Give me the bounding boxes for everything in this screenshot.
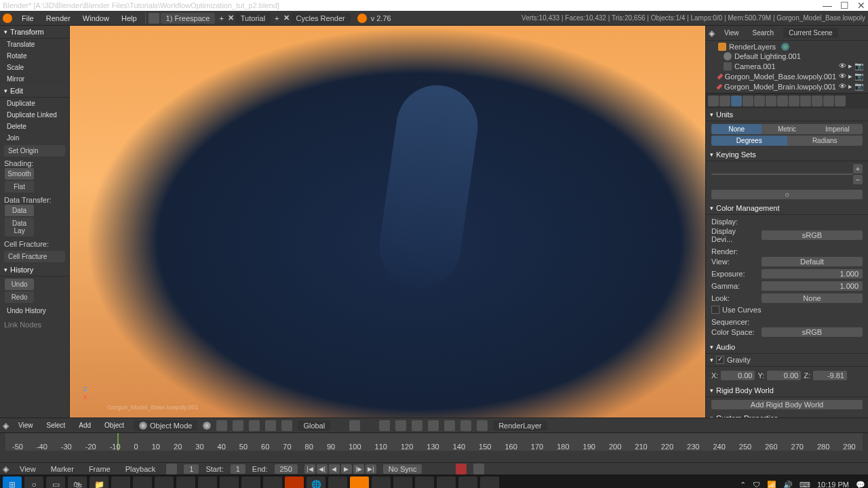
jump-start-button[interactable]: |◀ bbox=[304, 464, 315, 474]
store-icon[interactable]: 🛍 bbox=[68, 476, 87, 488]
data-layout-button[interactable]: Data Lay bbox=[5, 218, 34, 237]
prop-tab-texture[interactable] bbox=[812, 96, 823, 106]
mirror-button[interactable]: Mirror bbox=[0, 73, 69, 85]
keyframe-prev-button[interactable]: ◀| bbox=[317, 464, 328, 474]
gravity-z-field[interactable]: -9.81 bbox=[813, 371, 847, 380]
prop-tab-render-layers[interactable] bbox=[719, 96, 730, 106]
app-icon-9[interactable] bbox=[328, 476, 347, 488]
units-radians[interactable]: Radians bbox=[787, 136, 863, 146]
panel-custom-properties[interactable]: Custom Properties bbox=[706, 412, 868, 418]
units-imperial[interactable]: Imperial bbox=[812, 124, 863, 134]
3d-viewport[interactable]: zx Gorgon_Model_Base.lowpoly.001 bbox=[70, 26, 705, 418]
outliner-item-camera[interactable]: Camera.001 👁▸📷 bbox=[707, 61, 867, 71]
units-metric[interactable]: Metric bbox=[762, 124, 812, 134]
vf-select-menu[interactable]: Select bbox=[43, 420, 70, 430]
scene-tab-2[interactable]: Tutorial bbox=[235, 13, 271, 24]
render-icon[interactable]: 📷 bbox=[854, 82, 864, 91]
layers-icon[interactable] bbox=[349, 420, 360, 431]
keying-path[interactable]: ○ bbox=[711, 190, 863, 199]
panel-units[interactable]: Units bbox=[706, 108, 868, 121]
app-icon-4[interactable] bbox=[176, 476, 195, 488]
delete-scene-button[interactable]: ✕ bbox=[283, 14, 290, 22]
cursor-icon[interactable]: ▸ bbox=[848, 72, 852, 81]
app-icon-5[interactable] bbox=[198, 476, 217, 488]
panel-rigid-body-world[interactable]: Rigid Body World bbox=[706, 384, 868, 397]
sync-mode-dropdown[interactable]: No Sync bbox=[383, 464, 422, 474]
delete-button[interactable]: Delete bbox=[0, 121, 69, 132]
menu-render[interactable]: Render bbox=[41, 13, 76, 24]
tray-notifications-icon[interactable]: 💬 bbox=[856, 481, 865, 489]
snap-icon[interactable] bbox=[395, 420, 406, 431]
eye-icon[interactable]: 👁 bbox=[839, 82, 846, 91]
opengl-render-icon[interactable] bbox=[444, 420, 455, 431]
translate-button[interactable]: Translate bbox=[0, 39, 69, 50]
cursor-icon[interactable]: ▸ bbox=[848, 62, 852, 70]
prop-tab-data[interactable] bbox=[789, 96, 800, 106]
play-button[interactable]: ▶ bbox=[341, 464, 352, 474]
tray-keyboard-icon[interactable]: ⌨ bbox=[800, 481, 810, 489]
close-button[interactable]: ✕ bbox=[857, 0, 865, 11]
outliner[interactable]: RenderLayers Default Lighting.001 Camera… bbox=[706, 41, 868, 94]
panel-color-management[interactable]: Color Management bbox=[706, 202, 868, 215]
keying-set-list[interactable] bbox=[711, 174, 853, 175]
tl-marker-menu[interactable]: Marker bbox=[47, 464, 78, 474]
app-icon-11[interactable] bbox=[393, 476, 412, 488]
explorer-icon[interactable]: 📁 bbox=[90, 476, 108, 488]
auto-keyframe-icon[interactable] bbox=[456, 464, 467, 474]
panel-edit[interactable]: Edit bbox=[0, 85, 69, 98]
acrobat-icon[interactable] bbox=[285, 476, 304, 488]
outliner-search-menu[interactable]: Search bbox=[749, 28, 778, 38]
delete-screen-button[interactable]: ✕ bbox=[228, 14, 234, 22]
cortana-icon[interactable]: ○ bbox=[24, 476, 43, 488]
lock-range-icon[interactable] bbox=[166, 464, 177, 474]
tray-clock[interactable]: 10:19 PM bbox=[817, 481, 849, 488]
tl-view-menu[interactable]: View bbox=[16, 464, 40, 474]
menu-file[interactable]: File bbox=[16, 13, 39, 24]
menu-help[interactable]: Help bbox=[116, 13, 142, 24]
keying-remove-button[interactable]: − bbox=[853, 175, 863, 184]
join-button[interactable]: Join bbox=[0, 132, 69, 144]
blender-taskbar-icon[interactable] bbox=[350, 476, 369, 488]
panel-audio[interactable]: Audio bbox=[706, 341, 868, 354]
prop-tab-world[interactable] bbox=[743, 96, 753, 106]
prop-tab-object[interactable] bbox=[754, 96, 765, 106]
lock-camera-icon[interactable] bbox=[379, 420, 390, 431]
current-frame-field[interactable]: 1 bbox=[184, 464, 199, 474]
end-frame-field[interactable]: 250 bbox=[275, 464, 298, 474]
prop-tab-constraints[interactable] bbox=[766, 96, 776, 106]
gravity-x-field[interactable]: 0.00 bbox=[721, 371, 755, 380]
eye-icon[interactable]: 👁 bbox=[839, 62, 846, 70]
vf-view-menu[interactable]: View bbox=[14, 420, 37, 430]
scene-tab-1[interactable]: 1) Freespace bbox=[161, 13, 216, 24]
add-scene-button[interactable]: + bbox=[272, 14, 281, 22]
manipulator-translate-icon[interactable] bbox=[249, 420, 260, 431]
prop-tab-material[interactable] bbox=[800, 96, 811, 106]
prop-tab-modifiers[interactable] bbox=[777, 96, 788, 106]
panel-keying-sets[interactable]: Keying Sets bbox=[706, 148, 868, 161]
world-icon[interactable] bbox=[781, 43, 789, 51]
render-icon[interactable]: 📷 bbox=[854, 72, 864, 81]
start-button[interactable]: ⊞ bbox=[3, 476, 22, 488]
outliner-item-gorgon-brain[interactable]: Gorgon_Model_Brain.lowpoly.001 👁▸📷 bbox=[707, 81, 867, 92]
render-engine-dropdown[interactable]: Cycles Render bbox=[291, 13, 351, 24]
outliner-item-renderlayers[interactable]: RenderLayers bbox=[707, 42, 867, 52]
redo-button[interactable]: Redo bbox=[5, 291, 34, 303]
blender-logo-icon[interactable] bbox=[3, 14, 12, 23]
render-layer-dropdown[interactable]: RenderLayer bbox=[493, 420, 547, 431]
app-icon-10[interactable] bbox=[372, 476, 391, 488]
duplicate-linked-button[interactable]: Duplicate Linked bbox=[0, 109, 69, 121]
look-dropdown[interactable]: None bbox=[762, 293, 863, 303]
units-degrees[interactable]: Degrees bbox=[711, 136, 787, 146]
screen-layout-icon[interactable] bbox=[149, 13, 159, 24]
outliner-display-mode[interactable]: Current Scene bbox=[783, 28, 837, 38]
app-icon-13[interactable] bbox=[437, 476, 456, 488]
tray-chevron-icon[interactable]: ⌃ bbox=[740, 481, 746, 489]
tl-playback-menu[interactable]: Playback bbox=[121, 464, 160, 474]
play-reverse-button[interactable]: ◀ bbox=[329, 464, 340, 474]
outliner-item-gorgon-base[interactable]: Gorgon_Model_Base.lowpoly.001 👁▸📷 bbox=[707, 71, 867, 81]
outliner-view-menu[interactable]: View bbox=[720, 28, 743, 38]
gamma-field[interactable]: 1.000 bbox=[762, 281, 863, 291]
task-view-icon[interactable]: ▭ bbox=[46, 476, 65, 488]
app-icon-6[interactable] bbox=[220, 476, 239, 488]
minimize-button[interactable]: — bbox=[823, 0, 832, 11]
